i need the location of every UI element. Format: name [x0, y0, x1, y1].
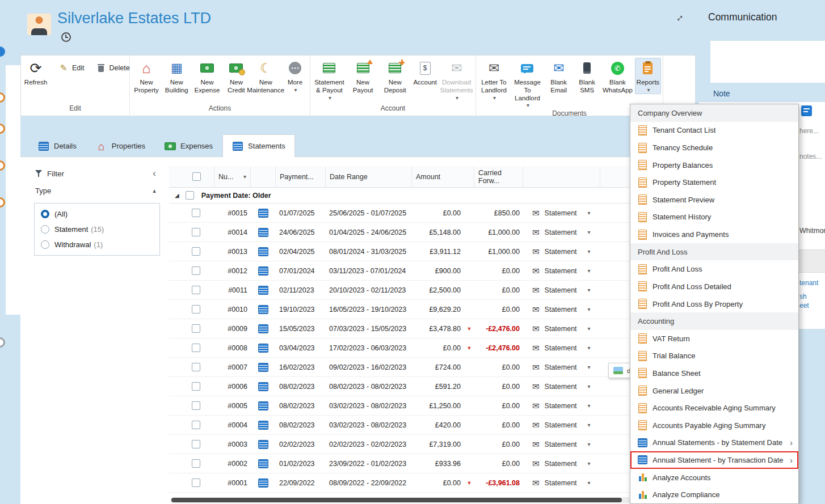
reports-menu-item[interactable]: Property Statement [630, 173, 798, 191]
radio-icon[interactable] [41, 210, 49, 218]
group-checkbox[interactable] [186, 191, 194, 200]
chevron-down-icon[interactable] [588, 480, 591, 486]
statement-button[interactable]: Statement [545, 286, 577, 294]
table-row[interactable]: #0008 03/04/2023 17/02/2023 - 06/03/2023… [169, 338, 632, 358]
radio-icon[interactable] [41, 240, 49, 249]
chevron-down-icon[interactable] [588, 306, 591, 312]
table-row[interactable]: #0004 08/02/2023 03/02/2023 - 08/02/2023… [169, 416, 632, 435]
reports-menu-item[interactable]: Invoices and Payments [630, 226, 798, 243]
statement-button[interactable]: Statement [545, 441, 577, 448]
statement-button[interactable]: Statement [545, 402, 577, 410]
table-row[interactable]: #0002 01/02/2023 23/09/2022 - 01/02/2023… [169, 454, 632, 473]
chevron-down-icon[interactable] [588, 364, 591, 370]
row-checkbox[interactable] [192, 228, 200, 236]
chevron-down-icon[interactable] [588, 383, 591, 389]
new-maintenance-button[interactable]: New Maintenance [250, 58, 281, 95]
reports-menu-item[interactable]: Annual Statements - by Statement Date [630, 434, 798, 452]
row-checkbox[interactable] [192, 305, 200, 314]
chevron-down-icon[interactable] [588, 345, 591, 351]
expand-icon[interactable] [669, 7, 688, 27]
reports-menu-item[interactable]: Annual Statement - by Transaction Date [630, 451, 798, 469]
row-checkbox[interactable] [192, 344, 200, 352]
reports-menu-item[interactable]: Tenant Contact List [630, 122, 798, 139]
chevron-down-icon[interactable] [588, 248, 591, 255]
column-header-amount[interactable]: Amount [412, 166, 474, 187]
filter-option[interactable]: Statement (15) [41, 225, 153, 234]
message-to-landlord-button[interactable]: Message To Landlord [511, 58, 544, 109]
tab-expenses[interactable]: Expenses [155, 134, 222, 157]
reports-menu-item[interactable]: Profit And Loss By Property [630, 295, 798, 313]
reports-menu-item[interactable]: Company Overview [630, 104, 798, 122]
chevron-down-icon[interactable] [588, 460, 591, 467]
statement-button[interactable]: Statement [545, 383, 577, 391]
reports-menu-item[interactable]: Property Balances [630, 156, 798, 174]
tab-statements[interactable]: Statements [222, 134, 295, 157]
reports-menu-item[interactable]: Profit And Loss Detailed [630, 278, 798, 295]
row-checkbox[interactable] [192, 266, 200, 275]
more-button[interactable]: More [282, 58, 308, 94]
reports-menu-item[interactable]: Tenancy Schedule [630, 139, 798, 156]
statement-button[interactable]: Statement [545, 421, 577, 429]
statement-button[interactable]: Statement [545, 248, 577, 256]
chevron-down-icon[interactable] [588, 441, 591, 447]
chevron-down-icon[interactable] [588, 268, 591, 274]
new-deposit-button[interactable]: New Deposit [379, 58, 411, 95]
table-row[interactable]: #0014 24/06/2025 01/04/2025 - 24/06/2025… [169, 223, 632, 242]
refresh-button[interactable]: Refresh [23, 58, 49, 87]
table-row[interactable]: #0003 02/02/2023 02/02/2023 - 02/02/2023… [169, 435, 632, 454]
filter-option[interactable]: Withdrawal (1) [41, 240, 153, 249]
history-icon[interactable] [61, 32, 71, 42]
statement-payout-button[interactable]: Statement & Payout [312, 58, 347, 102]
row-checkbox[interactable] [192, 363, 200, 371]
panel-flag-icon[interactable] [801, 105, 812, 116]
statement-button[interactable]: Statement [545, 228, 577, 236]
new-property-button[interactable]: New Property [132, 58, 161, 95]
reports-button[interactable]: Reports [635, 58, 661, 94]
edit-button[interactable]: Edit [54, 61, 89, 75]
table-row[interactable]: #0013 02/04/2025 08/01/2024 - 31/03/2025… [169, 242, 632, 261]
table-row[interactable]: #0006 08/02/2023 08/02/2023 - 08/02/2023… [169, 377, 632, 396]
new-building-button[interactable]: New Building [162, 58, 191, 95]
statement-button[interactable]: Statement [545, 460, 577, 468]
reports-menu-item[interactable]: Profit And Loss [630, 243, 798, 261]
column-header-date-range[interactable]: Date Range [326, 166, 412, 187]
table-row[interactable]: #0009 15/05/2023 07/03/2023 - 15/05/2023… [169, 319, 632, 338]
communication-input[interactable] [710, 41, 825, 83]
reports-menu-item[interactable]: Trial Balance [630, 348, 798, 365]
horizontal-scrollbar[interactable] [170, 497, 631, 503]
statement-button[interactable]: Statement [545, 344, 577, 352]
reports-menu-item[interactable]: General Ledger [630, 382, 798, 400]
group-expand-icon[interactable] [175, 192, 179, 198]
row-checkbox[interactable] [192, 421, 200, 429]
scrollbar-thumb[interactable] [171, 498, 622, 502]
reports-menu-item[interactable]: Statement Preview [630, 191, 798, 209]
row-checkbox[interactable] [192, 440, 200, 448]
row-checkbox[interactable] [192, 459, 200, 468]
reports-menu-item[interactable]: Profit And Loss [630, 260, 798, 278]
statement-button[interactable]: Statement [545, 479, 577, 487]
reports-menu-item[interactable]: Accounts Payable Aging Summary [630, 417, 798, 434]
table-row[interactable]: #0001 22/09/2022 08/09/2022 - 22/09/2022… [169, 473, 632, 493]
statement-button[interactable]: Statement [545, 363, 577, 371]
table-row[interactable]: #0015 01/07/2025 25/06/2025 - 01/07/2025… [169, 204, 632, 223]
select-all-checkbox[interactable] [192, 172, 201, 181]
blank-sms-button[interactable]: Blank SMS [574, 58, 600, 95]
chevron-down-icon[interactable] [588, 325, 591, 332]
row-checkbox[interactable] [192, 382, 200, 391]
table-row[interactable]: #0005 08/02/2023 03/02/2023 - 08/02/2023… [169, 396, 632, 416]
chevron-down-icon[interactable] [588, 422, 591, 428]
reports-menu-item[interactable]: Balance Sheet [630, 365, 798, 382]
table-row[interactable]: #0011 02/11/2023 20/10/2023 - 02/11/2023… [169, 281, 632, 300]
new-expense-button[interactable]: New Expense [192, 58, 222, 95]
letter-to-landlord-button[interactable]: Letter To Landlord [478, 58, 510, 102]
column-header-payment-date[interactable]: Payment... [276, 166, 326, 187]
filter-option[interactable]: (All) [41, 210, 153, 218]
new-payout-button[interactable]: New Payout [348, 58, 378, 95]
account-button[interactable]: Account [412, 58, 438, 87]
row-checkbox[interactable] [192, 209, 200, 217]
tab-properties[interactable]: Properties [86, 134, 155, 157]
reports-menu-item[interactable]: VAT Return [630, 330, 798, 348]
row-checkbox[interactable] [192, 247, 200, 256]
blank-email-button[interactable]: Blank Email [545, 58, 573, 95]
new-credit-button[interactable]: New Credit [223, 58, 249, 95]
